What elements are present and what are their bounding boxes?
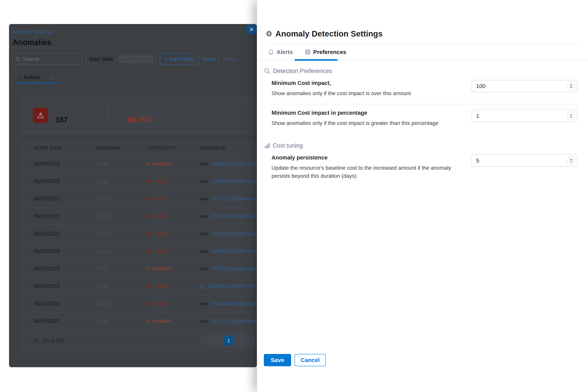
resource-link[interactable]: a9999bcd-e999-999f-g <box>208 283 256 289</box>
grid-icon <box>305 50 310 55</box>
criticality-label: critical <box>153 196 168 202</box>
criticality-dot <box>148 162 150 166</box>
account-breadcrumb[interactable]: Account: CCM-NG <box>12 29 257 35</box>
pagination-range: (1 - 10) of 187 <box>34 338 64 344</box>
criticality-label: critical <box>153 301 168 307</box>
start-date-value[interactable]: Last 30 days <box>118 55 153 63</box>
cancel-button[interactable]: Cancel <box>294 354 326 366</box>
criticality-dot <box>148 180 150 183</box>
start-date-filter[interactable]: Start Date Last 30 days <box>86 54 156 64</box>
column-label: CRITICALITY <box>148 146 176 151</box>
tab-resolved[interactable]: ✓ Resolved <box>50 74 82 80</box>
divider <box>108 104 108 126</box>
cell-duration: 5 days <box>96 196 148 202</box>
column-duration[interactable]: DURATION <box>96 146 148 151</box>
anomalies-modal: ✕ Account: CCM-NG Anomalies Start Date L… <box>9 24 257 367</box>
min-cost-impact-input[interactable] <box>472 80 577 92</box>
cell-start-date: 06/20/2025 <box>34 196 96 202</box>
tab-label: Active <box>24 74 40 80</box>
sort-icon[interactable] <box>178 146 181 150</box>
table-row[interactable]: 06/20/2025 5 days critical aws 868001352… <box>22 242 256 260</box>
resource-link[interactable]: 357919113896/Amazon <box>212 196 256 202</box>
alert-tile-icon: ⚠ <box>33 108 48 123</box>
filter-bar: Start Date Last 30 days + Add Filter Sav… <box>9 48 257 70</box>
number-field[interactable] <box>472 155 577 166</box>
page-button-2[interactable]: 2 <box>236 336 246 346</box>
save-filter-button[interactable]: Save <box>203 56 215 62</box>
table-row[interactable]: 06/01/2025 1 day critical aws 1589349290… <box>22 295 256 312</box>
aws-icon: aws <box>200 214 208 219</box>
setting-label: Minimum Cost impact in percentage <box>272 110 438 116</box>
drawer-footer: Save Cancel <box>264 354 326 366</box>
tab-preferences[interactable]: Preferences <box>305 49 346 55</box>
tab-alerts[interactable]: Alerts <box>268 49 293 55</box>
table-row[interactable]: 06/25/2025 1 day medium aws 357919113896… <box>22 260 256 277</box>
resource-link[interactable]: 357919113896/Amazon <box>212 231 256 237</box>
table-row[interactable]: 06/20/2025 5 days critical aws 357919113… <box>22 207 256 225</box>
tab-label: Resolved <box>58 74 82 80</box>
setting-label: Anomaly persistence <box>272 154 460 161</box>
search-input[interactable] <box>23 56 79 62</box>
resource-link[interactable]: 357919113896/Amazon <box>212 318 256 324</box>
setting-description: Update the resource's baseline cost to t… <box>272 164 460 180</box>
table-row[interactable]: 06/20/2025 1 day critical aws 3579191138… <box>22 172 256 190</box>
prev-page-button[interactable]: ← Prev <box>204 338 221 344</box>
bar-chart-icon <box>264 143 270 148</box>
cell-resource: aws 357919113896/Amazon <box>200 231 256 237</box>
column-label: RESOURCE <box>200 146 226 151</box>
tab-label: Alerts <box>276 49 293 55</box>
gear-icon: ⚙ <box>266 30 272 38</box>
cell-criticality: medium <box>148 266 200 272</box>
sort-icon[interactable] <box>121 146 124 150</box>
cell-criticality: critical <box>148 196 200 202</box>
page-button-3[interactable]: 3 <box>248 336 257 346</box>
sort-icon[interactable] <box>64 146 67 150</box>
table-row[interactable]: 06/25/2025 1 day medium aws 357919113896… <box>22 312 256 330</box>
column-criticality[interactable]: CRITICALITY <box>148 146 200 151</box>
resource-link[interactable]: 357919113896/Elastic L <box>212 213 256 219</box>
number-field[interactable] <box>472 80 577 92</box>
table-row[interactable]: 06/20/2025 5 days critical aws 357919113… <box>22 190 256 207</box>
criticality-dot <box>148 215 150 218</box>
reset-filter-button[interactable]: Reset <box>223 56 237 62</box>
table-row[interactable]: 06/24/2025 1 day medium aws 868001352780… <box>22 155 256 172</box>
table-row[interactable]: 05/28/2025 1 day critical a9999bcd-e999-… <box>22 277 256 295</box>
divider <box>116 56 116 62</box>
tab-active[interactable]: ⚠ Active <box>17 74 40 80</box>
tab-archived-ignored[interactable]: ◷ Archived/Ignored <box>92 74 144 80</box>
cell-duration: 5 days <box>96 248 148 254</box>
column-start-date[interactable]: START DATE <box>34 146 96 151</box>
table-row[interactable]: 06/21/2025 4 days critical aws 357919113… <box>22 225 256 242</box>
cell-start-date: 06/20/2025 <box>34 248 96 254</box>
anomaly-persistence-input[interactable] <box>472 154 577 167</box>
aws-icon: aws <box>200 179 208 184</box>
aws-icon: aws <box>200 196 208 202</box>
resource-link[interactable]: 158934929029/AWS Co <box>212 301 256 307</box>
resource-link[interactable]: 357919113896/Elastic Lo <box>212 266 256 272</box>
page-title: Anomalies <box>12 38 257 47</box>
stepper-control[interactable] <box>567 112 575 120</box>
tab-label: Archived/Ignored <box>99 74 145 80</box>
page-button-1[interactable]: 1 <box>224 336 234 346</box>
number-field[interactable] <box>472 110 577 122</box>
min-cost-impact-percentage-input[interactable] <box>472 110 577 122</box>
cell-resource: aws 868001352780/Amazon <box>200 248 256 254</box>
search-box[interactable] <box>12 54 82 64</box>
stepper-control[interactable] <box>567 82 575 90</box>
criticality-dot <box>148 197 150 200</box>
section-detection-preferences: Detection Preferences <box>264 68 577 74</box>
resource-link[interactable]: 357919113896/Amazon <box>212 178 256 184</box>
criticality-dot <box>148 285 150 288</box>
resource-link[interactable]: 868001352780/Amazon <box>212 248 256 254</box>
close-icon[interactable]: ✕ <box>246 25 256 34</box>
pagination: ← Prev 1 2 3 <box>200 334 257 348</box>
stepper-control[interactable] <box>567 156 575 165</box>
criticality-label: medium <box>153 266 171 272</box>
resource-link[interactable]: 868001352780/Amazon <box>212 161 256 167</box>
table-header-row: START DATE DURATION CRITICALITY RESOURCE <box>22 141 256 155</box>
aws-icon: aws <box>200 266 208 271</box>
add-filter-button[interactable]: + Add Filter <box>160 54 200 64</box>
column-resource: RESOURCE <box>200 146 256 151</box>
aws-icon: aws <box>200 161 208 166</box>
save-button[interactable]: Save <box>264 354 291 366</box>
